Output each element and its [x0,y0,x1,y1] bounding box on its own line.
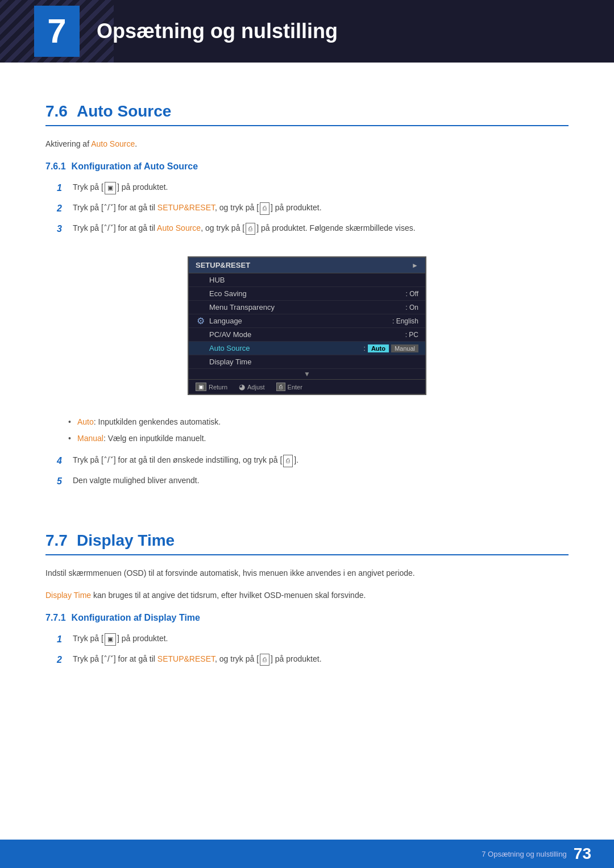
osd-label-menu-trans: Menu Transparency [209,303,405,312]
step-1: 1 Tryk på [▣] på produktet. [57,181,569,196]
steps-4-5-list: 4 Tryk på [˄/˅] for at gå til den ønsked… [45,454,569,488]
section-7-7-number: 7.7 [45,531,68,550]
enter-icon-footer: ⎙ [276,383,285,391]
subsection-7-6-1-number: 7.6.1 [45,161,66,172]
section-7-6-title: Auto Source [77,102,171,121]
footer-section-ref: 7 Opsætning og nulstilling [482,850,567,858]
subsection-7-7-1-number: 7.7.1 [45,613,66,623]
osd-row-language-wrapper: ⚙ Language : English [189,314,425,328]
step-3: 3 Tryk på [˄/˅] for at gå til Auto Sourc… [57,222,569,236]
osd-title: SETUP&RESET [196,261,250,269]
step-2: 2 Tryk på [˄/˅] for at gå til SETUP&RESE… [57,201,569,216]
osd-enter: ⎙ Enter [276,383,302,391]
steps-1-3-list: 1 Tryk på [▣] på produktet. 2 Tryk på [˄… [45,181,569,236]
osd-row-display-time: Display Time [189,355,425,369]
osd-label-language: Language [209,317,392,325]
osd-row-menu-trans: Menu Transparency : On [189,301,425,314]
section-7-7-intro2: Display Time kan bruges til at angive de… [45,589,569,601]
enter-icon-4: ⎙ [260,654,269,666]
osd-label-hub: HUB [209,276,418,284]
osd-row-pcav: PC/AV Mode : PC [189,328,425,342]
adjust-icon: ◕ [239,383,245,391]
osd-label-display-time: Display Time [209,358,418,366]
chapter-number: 7 [47,14,66,48]
section-7-6-heading: 7.6 Auto Source [45,102,569,126]
menu-icon-2: ▣ [105,633,116,646]
bullet-auto-text: : Inputkilden genkendes automatisk. [94,417,221,426]
osd-menu: SETUP&RESET ► HUB Eco Saving : Off Menu … [188,256,426,395]
subsection-7-6-1-title: Konfiguration af Auto Source [72,161,198,172]
intro-suffix: . [135,139,137,148]
return-icon: ▣ [196,383,206,391]
osd-manual-badge: Manual [391,344,418,352]
osd-value-pcav: : PC [405,331,418,339]
section-7-7-intro1: Indstil skærmmenuen (OSD) til at forsvin… [45,567,569,579]
menu-icon: ▣ [105,182,116,194]
main-content: 7.6 Auto Source Aktivering af Auto Sourc… [0,63,614,721]
osd-value-auto-source: : AutoManual [364,344,418,352]
osd-label-pcav: PC/AV Mode [209,330,405,339]
bullet-auto-label: Auto [77,417,94,426]
section-7-6-number: 7.6 [45,102,68,121]
bullet-auto: Auto: Inputkilden genkendes automatisk. [68,416,569,428]
osd-return: ▣ Return [196,383,227,391]
step-7-7-2: 2 Tryk på [˄/˅] for at gå til SETUP&RESE… [57,653,569,667]
setup-reset-ref: SETUP&RESET [157,203,215,212]
header-banner: 7 Opsætning og nulstilling [0,0,614,63]
steps-7-7-list: 1 Tryk på [▣] på produktet. 2 Tryk på [˄… [45,632,569,667]
subsection-7-7-1-title: Konfiguration af Display Time [72,613,200,623]
osd-arrow-right-icon: ► [412,261,418,269]
osd-value-menu-trans: : On [405,304,418,312]
osd-label-auto-source: Auto Source [209,344,364,352]
bullet-manual-label: Manual [77,434,103,443]
intro-highlight: Auto Source [91,139,135,148]
return-label: Return [209,384,227,391]
page-footer: 7 Opsætning og nulstilling 73 [0,840,614,868]
osd-adjust: ◕ Adjust [239,383,265,391]
step-7-7-1: 1 Tryk på [▣] på produktet. [57,632,569,647]
intro-prefix: Aktivering af [45,139,91,148]
osd-value-language: : English [392,317,418,325]
section-7-6-intro: Aktivering af Auto Source. [45,138,569,150]
section-7-7-title: Display Time [77,531,175,550]
osd-scroll-down: ▼ [189,369,425,379]
step-4: 4 Tryk på [˄/˅] for at gå til den ønsked… [57,454,569,468]
step-5: 5 Den valgte mulighed bliver anvendt. [57,474,569,489]
enter-icon-2: ⎙ [246,223,255,235]
section-7-7-heading: 7.7 Display Time [45,531,569,555]
enter-icon-1: ⎙ [260,202,269,215]
enter-label: Enter [288,384,302,391]
bullet-manual: Manual: Vælg en inputkilde manuelt. [68,432,569,445]
osd-label-eco: Eco Saving [209,289,406,298]
subsection-7-6-1-heading: 7.6.1 Konfiguration af Auto Source [45,161,569,172]
gear-icon: ⚙ [197,315,205,326]
chapter-number-box: 7 [34,6,80,57]
osd-row-hub: HUB [189,273,425,287]
osd-value-eco: : Off [406,290,418,298]
setup-reset-ref-2: SETUP&RESET [157,654,215,663]
osd-header: SETUP&RESET ► [189,258,425,273]
header-title: Opsætning og nulstilling [97,19,338,43]
auto-source-ref-1: Auto Source [157,223,201,232]
adjust-label: Adjust [247,384,265,391]
osd-row-auto-source: Auto Source : AutoManual [189,342,425,355]
enter-icon-3: ⎙ [283,455,293,467]
osd-row-eco: Eco Saving : Off [189,287,425,301]
intro2-text: kan bruges til at angive det tidsrum, ef… [91,591,366,600]
osd-auto-badge: Auto [368,344,389,352]
display-time-ref: Display Time [45,591,91,600]
step-5-text: Den valgte mulighed bliver anvendt. [73,474,200,487]
bullet-list-auto-manual: Auto: Inputkilden genkendes automatisk. … [45,416,569,445]
subsection-7-7-1-heading: 7.7.1 Konfiguration af Display Time [45,613,569,623]
osd-row-language: ⚙ Language : English [189,314,425,328]
footer-page-number: 73 [574,845,591,863]
osd-footer: ▣ Return ◕ Adjust ⎙ Enter [189,379,425,394]
bullet-manual-text: : Vælg en inputkilde manuelt. [103,434,206,443]
